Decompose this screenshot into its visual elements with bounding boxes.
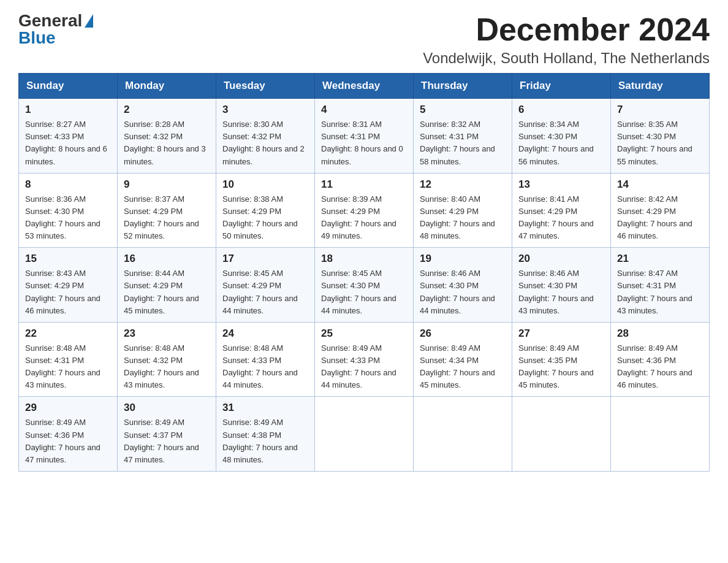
- day-number: 13: [518, 178, 604, 191]
- day-info: Sunrise: 8:34 AMSunset: 4:30 PMDaylight:…: [518, 118, 604, 168]
- day-number: 31: [222, 402, 308, 414]
- calendar-cell: 8Sunrise: 8:36 AMSunset: 4:30 PMDaylight…: [19, 173, 118, 248]
- day-info: Sunrise: 8:45 AMSunset: 4:29 PMDaylight:…: [222, 267, 308, 317]
- calendar-cell: 27Sunrise: 8:49 AMSunset: 4:35 PMDayligh…: [512, 322, 611, 397]
- calendar-cell: 14Sunrise: 8:42 AMSunset: 4:29 PMDayligh…: [611, 173, 710, 248]
- logo-blue: Blue: [18, 29, 56, 47]
- calendar-cell: 2Sunrise: 8:28 AMSunset: 4:32 PMDaylight…: [118, 99, 216, 174]
- day-info: Sunrise: 8:49 AMSunset: 4:37 PMDaylight:…: [124, 416, 210, 466]
- day-number: 26: [420, 327, 506, 340]
- logo-triangle-icon: [85, 14, 93, 28]
- logo: General Blue: [18, 12, 93, 47]
- logo-general: General: [18, 12, 82, 29]
- day-number: 4: [321, 104, 407, 116]
- day-info: Sunrise: 8:49 AMSunset: 4:33 PMDaylight:…: [321, 342, 407, 392]
- title-block: December 2024 Vondelwijk, South Holland,…: [423, 12, 710, 67]
- day-info: Sunrise: 8:49 AMSunset: 4:36 PMDaylight:…: [617, 342, 703, 392]
- day-info: Sunrise: 8:48 AMSunset: 4:32 PMDaylight:…: [124, 342, 210, 392]
- calendar-cell: [414, 397, 512, 472]
- day-number: 3: [222, 104, 308, 116]
- calendar-cell: 9Sunrise: 8:37 AMSunset: 4:29 PMDaylight…: [118, 173, 216, 248]
- calendar-cell: 19Sunrise: 8:46 AMSunset: 4:30 PMDayligh…: [414, 248, 512, 323]
- calendar-week-row: 8Sunrise: 8:36 AMSunset: 4:30 PMDaylight…: [19, 173, 710, 248]
- day-info: Sunrise: 8:39 AMSunset: 4:29 PMDaylight:…: [321, 193, 407, 243]
- calendar-cell: 1Sunrise: 8:27 AMSunset: 4:33 PMDaylight…: [19, 99, 118, 174]
- day-info: Sunrise: 8:44 AMSunset: 4:29 PMDaylight:…: [124, 267, 210, 317]
- day-number: 27: [518, 327, 604, 340]
- calendar-cell: 26Sunrise: 8:49 AMSunset: 4:34 PMDayligh…: [414, 322, 512, 397]
- calendar-cell: 20Sunrise: 8:46 AMSunset: 4:30 PMDayligh…: [512, 248, 611, 323]
- day-info: Sunrise: 8:41 AMSunset: 4:29 PMDaylight:…: [518, 193, 604, 243]
- calendar-cell: 25Sunrise: 8:49 AMSunset: 4:33 PMDayligh…: [315, 322, 414, 397]
- page-header: General Blue December 2024 Vondelwijk, S…: [18, 12, 710, 67]
- calendar-cell: 4Sunrise: 8:31 AMSunset: 4:31 PMDaylight…: [315, 99, 414, 174]
- calendar-cell: 17Sunrise: 8:45 AMSunset: 4:29 PMDayligh…: [216, 248, 315, 323]
- day-number: 25: [321, 327, 407, 340]
- calendar-cell: 7Sunrise: 8:35 AMSunset: 4:30 PMDaylight…: [611, 99, 710, 174]
- page-title: December 2024: [423, 12, 710, 47]
- day-number: 12: [420, 178, 506, 191]
- calendar-week-row: 29Sunrise: 8:49 AMSunset: 4:36 PMDayligh…: [19, 397, 710, 472]
- day-number: 11: [321, 178, 407, 191]
- day-number: 21: [617, 253, 703, 265]
- calendar-cell: 23Sunrise: 8:48 AMSunset: 4:32 PMDayligh…: [118, 322, 216, 397]
- day-info: Sunrise: 8:27 AMSunset: 4:33 PMDaylight:…: [25, 118, 111, 168]
- day-info: Sunrise: 8:30 AMSunset: 4:32 PMDaylight:…: [222, 118, 308, 168]
- day-info: Sunrise: 8:48 AMSunset: 4:33 PMDaylight:…: [222, 342, 308, 392]
- day-number: 2: [124, 104, 210, 116]
- calendar-cell: 18Sunrise: 8:45 AMSunset: 4:30 PMDayligh…: [315, 248, 414, 323]
- col-saturday: Saturday: [611, 74, 710, 99]
- calendar-cell: 3Sunrise: 8:30 AMSunset: 4:32 PMDaylight…: [216, 99, 315, 174]
- day-number: 24: [222, 327, 308, 340]
- col-thursday: Thursday: [414, 74, 512, 99]
- day-info: Sunrise: 8:40 AMSunset: 4:29 PMDaylight:…: [420, 193, 506, 243]
- calendar-week-row: 15Sunrise: 8:43 AMSunset: 4:29 PMDayligh…: [19, 248, 710, 323]
- day-number: 5: [420, 104, 506, 116]
- calendar-cell: 15Sunrise: 8:43 AMSunset: 4:29 PMDayligh…: [19, 248, 118, 323]
- header-row: Sunday Monday Tuesday Wednesday Thursday…: [19, 74, 710, 99]
- col-monday: Monday: [118, 74, 216, 99]
- calendar-cell: 6Sunrise: 8:34 AMSunset: 4:30 PMDaylight…: [512, 99, 611, 174]
- calendar-cell: [315, 397, 414, 472]
- day-number: 28: [617, 327, 703, 340]
- day-number: 30: [124, 402, 210, 414]
- calendar-table: Sunday Monday Tuesday Wednesday Thursday…: [18, 73, 710, 472]
- col-sunday: Sunday: [19, 74, 118, 99]
- day-info: Sunrise: 8:49 AMSunset: 4:35 PMDaylight:…: [518, 342, 604, 392]
- calendar-cell: 29Sunrise: 8:49 AMSunset: 4:36 PMDayligh…: [19, 397, 118, 472]
- day-info: Sunrise: 8:37 AMSunset: 4:29 PMDaylight:…: [124, 193, 210, 243]
- calendar-cell: 21Sunrise: 8:47 AMSunset: 4:31 PMDayligh…: [611, 248, 710, 323]
- day-info: Sunrise: 8:49 AMSunset: 4:36 PMDaylight:…: [25, 416, 111, 466]
- calendar-cell: [512, 397, 611, 472]
- day-number: 16: [124, 253, 210, 265]
- day-number: 7: [617, 104, 703, 116]
- day-number: 19: [420, 253, 506, 265]
- day-number: 9: [124, 178, 210, 191]
- calendar-cell: 22Sunrise: 8:48 AMSunset: 4:31 PMDayligh…: [19, 322, 118, 397]
- day-info: Sunrise: 8:49 AMSunset: 4:38 PMDaylight:…: [222, 416, 308, 466]
- day-info: Sunrise: 8:48 AMSunset: 4:31 PMDaylight:…: [25, 342, 111, 392]
- calendar-header: Sunday Monday Tuesday Wednesday Thursday…: [19, 74, 710, 99]
- day-info: Sunrise: 8:32 AMSunset: 4:31 PMDaylight:…: [420, 118, 506, 168]
- day-info: Sunrise: 8:49 AMSunset: 4:34 PMDaylight:…: [420, 342, 506, 392]
- calendar-cell: 11Sunrise: 8:39 AMSunset: 4:29 PMDayligh…: [315, 173, 414, 248]
- day-number: 15: [25, 253, 111, 265]
- calendar-cell: 12Sunrise: 8:40 AMSunset: 4:29 PMDayligh…: [414, 173, 512, 248]
- day-info: Sunrise: 8:31 AMSunset: 4:31 PMDaylight:…: [321, 118, 407, 168]
- page-subtitle: Vondelwijk, South Holland, The Netherlan…: [423, 50, 710, 67]
- calendar-body: 1Sunrise: 8:27 AMSunset: 4:33 PMDaylight…: [19, 99, 710, 472]
- day-info: Sunrise: 8:28 AMSunset: 4:32 PMDaylight:…: [124, 118, 210, 168]
- day-number: 23: [124, 327, 210, 340]
- day-info: Sunrise: 8:35 AMSunset: 4:30 PMDaylight:…: [617, 118, 703, 168]
- calendar-cell: 31Sunrise: 8:49 AMSunset: 4:38 PMDayligh…: [216, 397, 315, 472]
- day-info: Sunrise: 8:38 AMSunset: 4:29 PMDaylight:…: [222, 193, 308, 243]
- day-info: Sunrise: 8:42 AMSunset: 4:29 PMDaylight:…: [617, 193, 703, 243]
- day-info: Sunrise: 8:36 AMSunset: 4:30 PMDaylight:…: [25, 193, 111, 243]
- col-friday: Friday: [512, 74, 611, 99]
- day-info: Sunrise: 8:46 AMSunset: 4:30 PMDaylight:…: [518, 267, 604, 317]
- day-number: 17: [222, 253, 308, 265]
- calendar-cell: 24Sunrise: 8:48 AMSunset: 4:33 PMDayligh…: [216, 322, 315, 397]
- day-number: 10: [222, 178, 308, 191]
- day-info: Sunrise: 8:45 AMSunset: 4:30 PMDaylight:…: [321, 267, 407, 317]
- calendar-cell: 28Sunrise: 8:49 AMSunset: 4:36 PMDayligh…: [611, 322, 710, 397]
